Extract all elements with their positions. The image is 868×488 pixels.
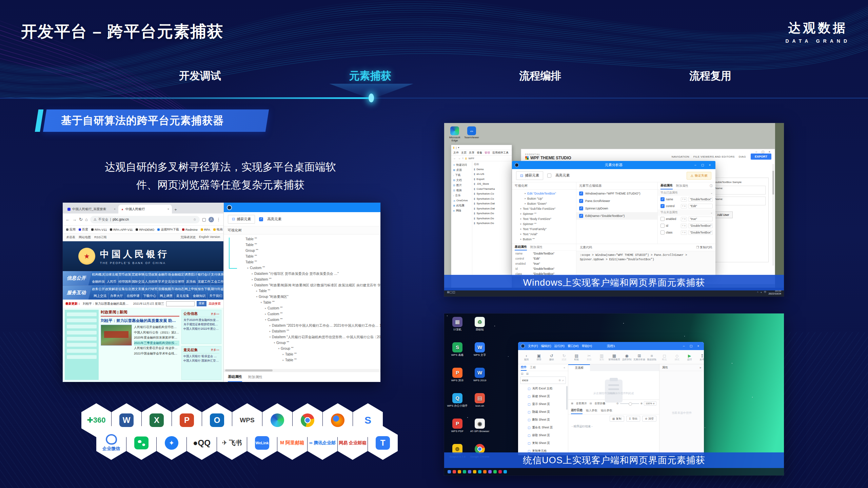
tab-project[interactable]: 工程 bbox=[530, 366, 536, 370]
tree-node[interactable]: ▸ DataItem "行领导区 货币政策委员会 货币政策委员会 …" bbox=[225, 271, 380, 277]
info-icon[interactable]: ⓘ bbox=[710, 184, 713, 188]
name-column-header[interactable]: 名称 bbox=[474, 162, 512, 167]
tree-node[interactable]: ▸ Table "" bbox=[225, 288, 380, 294]
nav-item[interactable]: 征信管理 bbox=[171, 278, 184, 285]
tree-node[interactable]: ▸ Edit "DoubleTextBox" bbox=[512, 191, 576, 196]
node-path-row[interactable]: Edit(name="DoubleTextBox") bbox=[576, 212, 657, 220]
tree-node[interactable]: Table "" bbox=[225, 242, 380, 248]
nav-item[interactable]: 国际交流 bbox=[132, 278, 145, 285]
studio-menu-item[interactable]: DIAG bbox=[739, 155, 746, 158]
toolbar-button[interactable]: ↺ 撤销 bbox=[545, 353, 558, 361]
news-link[interactable]: 2021中国金融学会学术年会线上召开 bbox=[134, 351, 179, 357]
nav-item[interactable]: 人员招录 bbox=[145, 278, 158, 285]
ribbon-tab[interactable]: 文件 bbox=[453, 151, 459, 155]
property-checkbox[interactable] bbox=[660, 224, 665, 228]
chevron-down-icon[interactable]: ⌄ bbox=[710, 211, 713, 214]
nav-item[interactable]: 工会工作 bbox=[211, 278, 224, 285]
tree-node[interactable]: ▸ Custom "" bbox=[225, 311, 380, 317]
taskbar-app-icon[interactable] bbox=[483, 470, 487, 473]
more-link[interactable]: 更多>> bbox=[211, 312, 219, 316]
tree-node[interactable]: ▾ Group "" bbox=[225, 346, 380, 351]
nav-item[interactable]: 音频视频 bbox=[158, 286, 171, 293]
bookmark-item[interactable]: 电商 bbox=[213, 227, 223, 232]
tree-node[interactable]: ▸ Text "SubTitle FontSize" bbox=[512, 206, 576, 211]
tree-expand-icon[interactable]: ▸ bbox=[519, 238, 523, 241]
toolbar-button[interactable]: ↻ 还原 bbox=[558, 353, 570, 361]
property-value[interactable]: "DoubleTextBox" bbox=[688, 230, 713, 235]
tree-node[interactable]: ▾ Table "" bbox=[225, 300, 380, 305]
log-action-button[interactable]: ↥ 导出 bbox=[626, 416, 640, 422]
control-search-box[interactable]: exce ⊗ ⌕ bbox=[520, 377, 566, 384]
tree-expand-icon[interactable]: ▾ bbox=[251, 284, 254, 287]
tree-expand-icon[interactable]: ▸ bbox=[519, 222, 523, 225]
nav-item[interactable]: 图文直播 bbox=[132, 286, 145, 293]
breadcrumb[interactable]: WPF bbox=[468, 157, 474, 160]
sidebar-item[interactable]: ♪ 音乐 bbox=[451, 193, 472, 198]
highlight-checkbox[interactable] bbox=[259, 217, 263, 221]
stage-tab[interactable]: 元素捕获 bbox=[319, 69, 421, 83]
tree-expand-icon[interactable]: ▸ bbox=[519, 212, 523, 215]
nav-item[interactable]: 网上调查 bbox=[158, 293, 175, 300]
node-path-row[interactable]: Pane.ScrollViewer bbox=[576, 197, 657, 205]
tree-expand-icon[interactable]: ▸ bbox=[281, 359, 285, 362]
tree-expand-icon[interactable]: ▸ bbox=[264, 307, 268, 310]
site-link[interactable]: English Version bbox=[199, 235, 220, 240]
menu-kebab-icon[interactable]: ⋮ bbox=[216, 217, 221, 222]
menu-item[interactable]: 窗口(W) bbox=[568, 344, 579, 348]
vertical-scrollbar[interactable] bbox=[772, 164, 774, 266]
control-item[interactable]: ▢ 重命名 Sheet 页 bbox=[518, 424, 568, 431]
tree-node[interactable]: ▸ Custom "" bbox=[225, 265, 380, 271]
stage-tab[interactable]: 流程编排 bbox=[489, 69, 591, 83]
address-bar[interactable]: ⚠ 不安全 | pbc.gov.cn ☆ bbox=[90, 216, 200, 223]
uos-desktop-icon[interactable]: ▦计算机 bbox=[447, 317, 468, 331]
toolbar-button[interactable]: ✂ 剪切 bbox=[583, 353, 595, 361]
nav-item[interactable]: 金融稳定 bbox=[171, 271, 184, 278]
control-item[interactable]: ▢ 获取 Sheet 页 bbox=[518, 431, 568, 439]
nav-item[interactable]: 银行会计 bbox=[198, 271, 211, 278]
apptools-tab[interactable]: 应用程序工具 bbox=[492, 151, 509, 155]
tree-expand-icon[interactable]: ▸ bbox=[519, 232, 523, 236]
tree-node[interactable]: Table "" bbox=[225, 259, 380, 265]
notice-link[interactable]: 关于2020年度金融科技发展奖评审… bbox=[183, 318, 219, 322]
tray-chevron-icon[interactable]: ^ bbox=[757, 291, 758, 294]
tree-expand-icon[interactable]: ▸ bbox=[519, 217, 523, 220]
collapse-all-icon[interactable]: ⊟ bbox=[590, 402, 592, 405]
news-link[interactable]: 2020年度金融科技发展奖评审结果… bbox=[134, 335, 179, 341]
taskbar-app-icon[interactable] bbox=[453, 470, 456, 473]
forward-icon[interactable]: → bbox=[72, 217, 77, 222]
control-item[interactable]: ▢ 关闭 Excel 文档 bbox=[518, 385, 568, 392]
form-field[interactable]: Name: bbox=[713, 197, 766, 205]
more-link[interactable]: 更多>> bbox=[211, 348, 219, 352]
studio-menu-item[interactable]: FILE VIEWERS AND EDITORS bbox=[693, 155, 735, 158]
nav-item[interactable]: 央行研究 bbox=[145, 286, 158, 293]
capture-element-button[interactable]: ⊡ 捕获元素 bbox=[228, 215, 255, 224]
match-op-select[interactable]: = ∨ bbox=[681, 204, 687, 208]
uos-desktop-icon[interactable]: WWPS 2019 bbox=[469, 368, 490, 382]
nav-item[interactable]: 网上申报 bbox=[184, 286, 198, 293]
log-tab[interactable]: 输入参数 bbox=[586, 409, 597, 413]
nav-item[interactable]: 宏观审慎 bbox=[132, 271, 145, 278]
file-row[interactable]: ▮ en-US bbox=[474, 172, 512, 177]
taskbar-app-icon[interactable] bbox=[498, 470, 502, 473]
tree-expand-icon[interactable]: ▸ bbox=[268, 324, 272, 327]
highlight-checkbox[interactable] bbox=[547, 174, 551, 178]
tree-node[interactable]: ▾ DataItem "人民银行召开金融机构货币信贷形势… 中国人民银行公告〔2… bbox=[225, 334, 380, 340]
file-row[interactable]: ▮ Export bbox=[474, 177, 512, 182]
file-row[interactable]: ▮ ColorThemeKa bbox=[474, 186, 512, 191]
bookmark-item[interactable]: 应用 bbox=[66, 227, 76, 232]
nav-item[interactable]: 政务公开 bbox=[92, 286, 105, 293]
zoom-in-icon[interactable]: ⊕ bbox=[640, 402, 643, 405]
close-tab-icon[interactable]: × bbox=[167, 207, 169, 211]
volume-icon[interactable]: ◖ bbox=[760, 291, 762, 294]
file-row[interactable]: ▮ Syncfusion.Do bbox=[474, 211, 512, 216]
tab-basic-properties[interactable]: 基础属性 bbox=[515, 244, 527, 250]
up-icon[interactable]: ↑ bbox=[462, 157, 463, 160]
zoom-level[interactable]: 100% ∨ bbox=[644, 401, 656, 406]
uos-desktop-icon[interactable]: SWPS 表格 bbox=[447, 342, 468, 357]
site-link[interactable]: 网站地图 bbox=[79, 235, 91, 240]
tree-expand-icon[interactable]: ▾ bbox=[268, 336, 272, 339]
bookmark-star-icon[interactable]: ☆ bbox=[193, 218, 196, 221]
taskbar-app-icon[interactable] bbox=[458, 470, 461, 473]
tree-node[interactable]: ▸ Custom "" bbox=[225, 305, 380, 311]
tree-node[interactable]: ▸ Text "Body FontSize" bbox=[512, 216, 576, 221]
